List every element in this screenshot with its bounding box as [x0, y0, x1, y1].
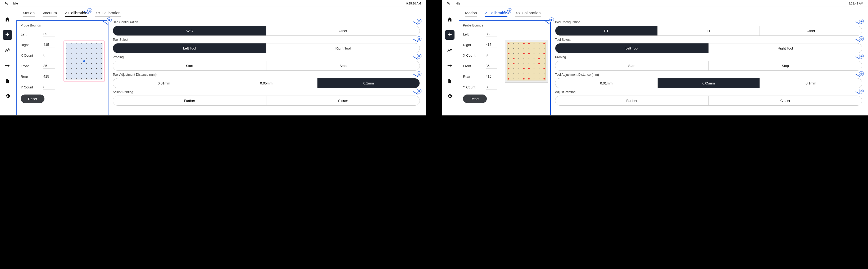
file-icon[interactable]	[445, 76, 455, 86]
field-value[interactable]: 8	[43, 85, 55, 90]
segment-option[interactable]: Stop	[709, 61, 862, 70]
segmented-control: FartherCloser	[555, 96, 862, 106]
segment-option[interactable]: Closer	[267, 96, 420, 106]
tab-z-calibration[interactable]: Z Calibration①	[65, 9, 87, 17]
field-value[interactable]: 415	[486, 74, 497, 79]
annotation-badge: ⑥	[859, 89, 864, 93]
field-value[interactable]: 35	[486, 31, 497, 37]
field-value[interactable]: 35	[43, 63, 55, 68]
svg-point-96	[524, 58, 524, 59]
app-logo-icon	[447, 2, 451, 5]
field-label: X Count	[463, 54, 478, 57]
control-group: ⑥ Adjust Printing FartherCloser	[555, 90, 862, 106]
segment-option[interactable]: 0.1mm	[760, 78, 862, 88]
svg-point-75	[508, 73, 509, 74]
svg-point-129	[544, 63, 545, 64]
section-title: Probing	[555, 55, 862, 59]
section-title: Tool Adjustment Distance (mm)	[555, 73, 862, 77]
tab-xy-calibration[interactable]: XY Calibration	[95, 9, 121, 17]
svg-point-4	[66, 53, 67, 54]
svg-point-3	[66, 49, 67, 49]
svg-point-123	[539, 73, 539, 74]
field-value[interactable]: 35	[43, 31, 55, 37]
file-icon[interactable]	[3, 76, 12, 86]
segment-option[interactable]: 0.05mm	[658, 78, 760, 88]
annotation-badge: ⑤	[417, 71, 422, 76]
segment-option[interactable]: Closer	[709, 96, 862, 106]
segment-option[interactable]: VAC	[113, 26, 267, 35]
svg-point-138	[523, 53, 524, 54]
home-icon[interactable]	[3, 15, 12, 24]
svg-point-34	[86, 43, 87, 44]
segment-option[interactable]: HT	[555, 26, 658, 35]
svg-point-27	[81, 49, 82, 49]
section-title: Tool Select	[555, 38, 862, 41]
field-value[interactable]: 8	[486, 85, 497, 90]
svg-point-63	[101, 68, 102, 69]
segment-option[interactable]: Other	[267, 26, 420, 35]
trend-icon[interactable]	[3, 46, 12, 55]
segment-option[interactable]: Start	[555, 61, 709, 70]
svg-point-15	[71, 68, 72, 69]
segment-option[interactable]: Farther	[555, 96, 709, 106]
segment-option[interactable]: Right Tool	[709, 43, 862, 53]
control-group: ③ Tool Select Left ToolRight Tool	[113, 38, 420, 53]
field-value[interactable]: 415	[43, 42, 55, 48]
svg-point-12	[71, 53, 72, 54]
gear-icon[interactable]	[445, 92, 455, 101]
svg-point-79	[513, 53, 514, 54]
svg-point-20	[76, 53, 77, 54]
segment-option[interactable]: Start	[113, 61, 267, 70]
sidebar	[442, 7, 457, 115]
gear-icon[interactable]	[3, 92, 12, 101]
segmented-control: 0.01mm0.05mm0.1mm	[555, 78, 862, 88]
status-text: Idle	[456, 2, 460, 5]
segment-option[interactable]: 0.05mm	[215, 78, 318, 88]
svg-point-62	[101, 63, 102, 64]
control-group: ① Bed Configuration VACOther	[113, 20, 420, 36]
field-value[interactable]: 415	[486, 42, 497, 48]
segment-option[interactable]: Right Tool	[267, 43, 420, 53]
reset-button[interactable]: Reset	[21, 94, 44, 103]
section-title: Adjust Printing	[555, 90, 862, 94]
home-icon[interactable]	[445, 15, 455, 24]
tab-icon[interactable]	[445, 61, 455, 70]
section-title: Probe Bounds	[21, 24, 104, 27]
field-row: Left 35	[463, 29, 547, 39]
segment-option[interactable]: Other	[760, 26, 862, 35]
field-value[interactable]: 415	[43, 74, 55, 79]
tab-icon[interactable]	[3, 61, 12, 70]
move-icon[interactable]	[445, 30, 455, 40]
reset-button[interactable]: Reset	[463, 94, 487, 103]
segment-option[interactable]: Farther	[113, 96, 267, 106]
trend-icon[interactable]	[445, 46, 455, 55]
segment-option[interactable]: Stop	[267, 61, 420, 70]
svg-point-36	[86, 53, 87, 54]
field-value[interactable]: 35	[486, 63, 497, 68]
move-icon[interactable]	[3, 30, 12, 40]
segment-option[interactable]: LT	[658, 26, 760, 35]
svg-point-54	[96, 63, 97, 64]
segment-option[interactable]: Left Tool	[555, 43, 709, 53]
tab-vacuum[interactable]: Vacuum	[42, 9, 57, 17]
field-value[interactable]: 8	[43, 53, 55, 58]
segment-option[interactable]: 0.01mm	[113, 78, 215, 88]
segment-option[interactable]: 0.1mm	[317, 78, 420, 88]
svg-point-16	[71, 73, 72, 74]
svg-point-30	[81, 63, 82, 64]
field-value[interactable]: 8	[486, 53, 497, 58]
svg-point-73	[508, 63, 509, 64]
tab-xy-calibration[interactable]: XY Calibration	[515, 9, 541, 17]
annotation-badge: ①	[507, 8, 512, 13]
tab-motion[interactable]: Motion	[23, 9, 35, 17]
field-label: Left	[21, 32, 35, 36]
svg-point-49	[91, 78, 92, 79]
tab-z-calibration[interactable]: Z Calibration①	[485, 9, 507, 17]
segment-option[interactable]: 0.01mm	[555, 78, 658, 88]
segment-option[interactable]: Left Tool	[113, 43, 267, 53]
svg-point-131	[544, 73, 545, 74]
svg-point-40	[86, 73, 87, 74]
clock-text: 9:21:42 AM	[848, 2, 863, 5]
svg-point-17	[71, 78, 72, 79]
tab-motion[interactable]: Motion	[465, 9, 477, 17]
